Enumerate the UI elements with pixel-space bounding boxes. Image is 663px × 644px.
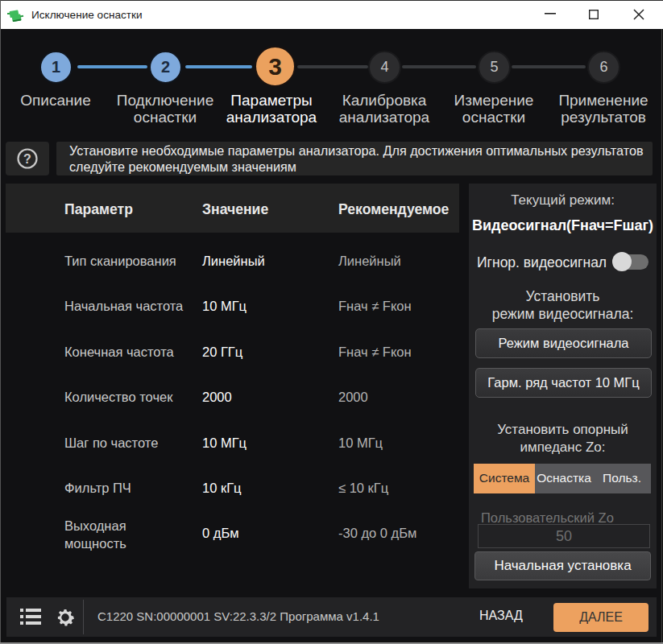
svg-text:?: ?: [23, 152, 31, 166]
